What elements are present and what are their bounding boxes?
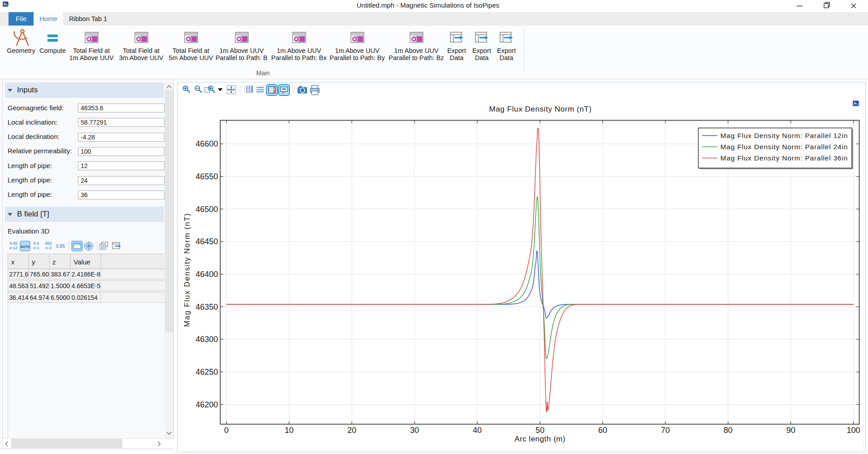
svg-text:46350: 46350 [195,303,218,311]
svg-text:10: 10 [285,426,294,435]
svg-text:51.492: 51.492 [30,282,49,290]
svg-text:46600: 46600 [195,139,218,148]
svg-text:46550: 46550 [195,172,218,181]
svg-text:765.60: 765.60 [30,271,49,278]
svg-text:50: 50 [535,426,544,435]
svg-text:6.5000: 6.5000 [51,294,70,301]
svg-text:y: y [32,258,35,266]
svg-text:1.5000: 1.5000 [51,282,70,290]
svg-text:0: 0 [224,426,229,435]
svg-text:20: 20 [347,426,356,435]
svg-text:46400: 46400 [195,270,218,279]
svg-text:70: 70 [661,426,670,435]
svg-text:64.974: 64.974 [30,294,49,301]
svg-text:Mag Flux Density Norm: Paralle: Mag Flux Density Norm: Parallel 24in [721,143,848,151]
svg-text:Arc length (m): Arc length (m) [514,435,566,443]
svg-text:46250: 46250 [195,368,218,376]
svg-text:46450: 46450 [195,237,218,246]
svg-text:0.026154: 0.026154 [72,294,98,301]
svg-text:46200: 46200 [195,400,218,409]
svg-text:Mag Flux Density Norm (nT): Mag Flux Density Norm (nT) [183,212,191,327]
svg-text:46500: 46500 [195,205,218,214]
svg-text:36.414: 36.414 [9,294,29,301]
svg-text:2771.6: 2771.6 [9,271,29,278]
svg-text:60: 60 [598,426,607,435]
svg-text:30: 30 [410,426,419,435]
svg-text:Mag Flux Density Norm: Paralle: Mag Flux Density Norm: Parallel 12in [721,132,848,139]
svg-text:Mag Flux Density Norm (nT): Mag Flux Density Norm (nT) [489,105,592,113]
svg-text:Value: Value [73,258,90,266]
svg-text:4.6653E-5: 4.6653E-5 [72,282,101,290]
svg-text:Mag Flux Density Norm: Paralle: Mag Flux Density Norm: Parallel 36in [721,154,848,162]
svg-text:48.563: 48.563 [9,282,29,290]
svg-text:383.67: 383.67 [51,271,70,278]
svg-text:2.4186E-8: 2.4186E-8 [72,271,101,278]
svg-text:100: 100 [847,426,860,435]
svg-text:80: 80 [724,426,733,435]
svg-text:x: x [11,258,15,266]
svg-text:46300: 46300 [195,335,218,344]
svg-text:90: 90 [786,426,795,435]
svg-text:z: z [52,258,56,266]
svg-text:40: 40 [473,426,482,435]
